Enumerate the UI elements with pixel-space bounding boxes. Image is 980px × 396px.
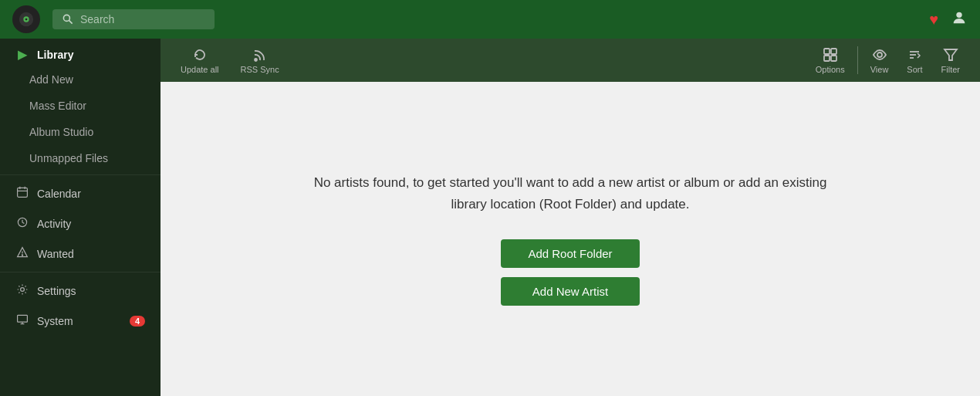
toolbar-right: Options View [808,44,968,77]
sidebar-item-album-studio[interactable]: Album Studio [0,119,161,145]
main-layout: ▶ Library Add New Mass Editor Album Stud… [0,39,980,396]
search-box[interactable] [52,9,215,29]
top-nav-right: ♥ [929,9,968,30]
svg-rect-19 [831,49,836,54]
filter-label: Filter [941,65,960,74]
options-label: Options [816,65,845,74]
rss-sync-label: RSS Sync [241,65,279,74]
add-root-folder-button[interactable]: Add Root Folder [501,239,640,268]
sidebar-item-add-new[interactable]: Add New [0,66,161,93]
sidebar-settings-label: Settings [37,285,145,297]
sidebar-item-settings[interactable]: Settings [0,276,161,306]
options-button[interactable]: Options [808,44,853,77]
heart-icon[interactable]: ♥ [929,11,938,29]
top-nav: ♥ [0,0,980,39]
system-badge: 4 [130,316,145,327]
settings-icon [15,283,29,298]
play-icon: ▶ [15,48,29,62]
sidebar-add-new-label: Add New [29,73,73,86]
update-all-button[interactable]: Update all [173,44,227,77]
activity-icon [15,216,29,231]
content-area: Update all RSS Sync [161,39,980,396]
svg-point-22 [877,52,882,57]
main-content: No artists found, to get started you'll … [161,82,980,396]
system-icon [15,313,29,328]
svg-rect-14 [18,315,28,322]
sidebar-album-studio-label: Album Studio [29,126,93,138]
warning-icon [15,246,29,261]
sidebar: ▶ Library Add New Mass Editor Album Stud… [0,39,161,396]
sidebar-item-mass-editor[interactable]: Mass Editor [0,93,161,119]
empty-message: No artists found, to get started you'll … [300,172,840,214]
sidebar-item-library[interactable]: ▶ Library [0,39,161,66]
user-icon[interactable] [951,9,968,30]
action-buttons: Add Root Folder Add New Artist [501,239,640,306]
svg-point-12 [22,255,22,256]
sidebar-item-activity[interactable]: Activity [0,208,161,239]
svg-rect-21 [831,56,836,61]
sidebar-divider-2 [0,272,161,272]
toolbar-separator-1 [857,46,858,74]
app-logo[interactable] [12,5,40,33]
sidebar-library-label: Library [37,49,145,61]
view-label: View [870,65,889,74]
sidebar-item-system[interactable]: System 4 [0,306,161,336]
update-all-label: Update all [181,65,219,74]
sidebar-wanted-label: Wanted [37,248,145,260]
search-icon [62,13,74,25]
svg-marker-26 [945,49,957,60]
sort-label: Sort [907,65,922,74]
sidebar-mass-editor-label: Mass Editor [29,100,86,112]
sidebar-item-wanted[interactable]: Wanted [0,239,161,269]
svg-point-2 [25,19,28,21]
svg-rect-20 [824,56,830,61]
svg-rect-6 [18,188,28,197]
svg-rect-18 [824,49,830,54]
add-new-artist-button[interactable]: Add New Artist [501,277,640,306]
sidebar-item-calendar[interactable]: Calendar [0,178,161,208]
sidebar-system-label: System [37,315,122,327]
svg-point-17 [255,59,257,61]
sidebar-activity-label: Activity [37,218,145,230]
view-button[interactable]: View [863,44,897,77]
svg-point-3 [63,15,69,21]
calendar-icon [15,186,29,201]
search-input[interactable] [80,13,204,25]
sidebar-item-unmapped-files[interactable]: Unmapped Files [0,145,161,171]
svg-line-4 [69,21,73,24]
toolbar: Update all RSS Sync [161,39,980,82]
rss-sync-button[interactable]: RSS Sync [233,44,287,77]
sidebar-unmapped-files-label: Unmapped Files [29,152,108,164]
filter-button[interactable]: Filter [934,44,968,77]
svg-point-5 [956,12,961,17]
svg-point-13 [21,288,25,292]
sidebar-divider-1 [0,174,161,175]
sort-button[interactable]: Sort [899,44,930,77]
sidebar-calendar-label: Calendar [37,188,145,200]
